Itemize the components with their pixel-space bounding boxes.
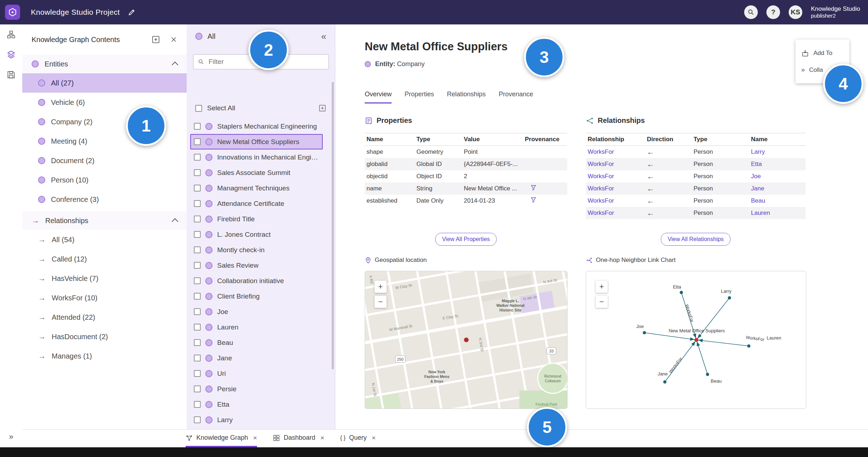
avatar[interactable]: KS (789, 5, 802, 19)
node-center[interactable] (695, 338, 699, 342)
node-etta[interactable] (680, 291, 683, 294)
edit-title-button[interactable] (128, 8, 136, 16)
rail-expand-button[interactable]: » (0, 432, 22, 442)
entity-item-document[interactable]: Document (2) (22, 151, 187, 170)
relationship-link[interactable]: WorksFor (586, 161, 645, 168)
tab-query[interactable]: { } Query × (340, 430, 375, 447)
tab-properties[interactable]: Properties (405, 91, 434, 103)
tab-knowledge-graph[interactable]: Knowledge Graph × (186, 430, 257, 447)
list-item[interactable]: Sales Review (190, 258, 323, 273)
layers-tool-button[interactable] (0, 45, 22, 65)
list-item[interactable]: Larry (190, 412, 323, 428)
save-tool-button[interactable] (0, 65, 22, 85)
view-all-properties-button[interactable]: View All Properties (435, 233, 496, 246)
tab-dashboard[interactable]: Dashboard × (273, 430, 324, 447)
entity-item-vehicle[interactable]: Vehicle (6) (22, 93, 187, 112)
tab-provenance[interactable]: Provenance (499, 91, 533, 103)
list-item[interactable]: Etta (190, 397, 323, 412)
geospatial-map[interactable]: + − (365, 271, 568, 409)
node-larry[interactable] (728, 296, 731, 300)
relationship-link[interactable]: WorksFor (586, 209, 645, 217)
list-item[interactable]: Montly check-in (190, 242, 323, 258)
entity-item-conference[interactable]: Conference (3) (22, 190, 187, 209)
list-item[interactable]: Beau (190, 335, 323, 350)
list-item[interactable]: Collaboration initiative (190, 273, 323, 288)
item-checkbox[interactable] (194, 416, 201, 423)
person-link[interactable]: Beau (749, 197, 806, 204)
list-item[interactable]: Managment Techniques (190, 180, 323, 196)
relationship-link[interactable]: WorksFor (586, 173, 645, 180)
item-checkbox[interactable] (194, 262, 201, 269)
one-hop-link-chart[interactable]: + − (586, 271, 806, 409)
select-all-checkbox[interactable] (195, 105, 202, 112)
person-link[interactable]: Lauren (749, 209, 806, 217)
item-checkbox[interactable] (194, 231, 201, 238)
item-checkbox[interactable] (194, 138, 201, 145)
list-item[interactable]: Sales Associate Summit (190, 165, 323, 180)
list-item[interactable]: Staplers Mechanical Engineering (190, 119, 323, 134)
relationship-item-attended[interactable]: → Attended (22) (22, 308, 187, 327)
person-link[interactable]: Etta (749, 161, 806, 168)
person-link[interactable]: Joe (749, 173, 806, 180)
close-tab-icon[interactable]: × (253, 434, 257, 442)
entity-item-person[interactable]: Person (10) (22, 170, 187, 190)
item-checkbox[interactable] (194, 185, 201, 191)
item-checkbox[interactable] (194, 246, 201, 253)
item-checkbox[interactable] (194, 355, 201, 361)
list-item[interactable]: Innovations in Mechanical Engin... (190, 149, 323, 165)
list-item[interactable]: Attendance Certificate (190, 196, 323, 211)
node-lauren[interactable] (747, 345, 751, 348)
relationship-item-hasvehicle[interactable]: → HasVehicle (7) (22, 269, 187, 288)
list-item[interactable]: Jane (190, 350, 323, 366)
relationships-section-header[interactable]: → Relationships (22, 211, 187, 230)
item-checkbox[interactable] (194, 308, 201, 315)
item-checkbox[interactable] (194, 154, 201, 161)
close-tab-icon[interactable]: × (320, 434, 324, 442)
collapse-panel-button[interactable]: « (321, 31, 326, 42)
relationship-item-hasdocument[interactable]: → HasDocument (2) (22, 327, 187, 346)
item-checkbox[interactable] (194, 324, 201, 331)
entity-item-all[interactable]: All (27) (22, 73, 187, 93)
item-checkbox[interactable] (194, 216, 201, 222)
relationship-link[interactable]: WorksFor (586, 148, 645, 156)
map-zoom-in-button[interactable]: + (374, 281, 387, 293)
item-checkbox[interactable] (194, 277, 201, 284)
relationship-item-all[interactable]: → All (54) (22, 230, 187, 249)
search-button[interactable] (744, 5, 758, 19)
linkchart-nodes[interactable] (643, 291, 751, 384)
item-checkbox[interactable] (194, 200, 201, 207)
list-item[interactable]: Firebird Title (190, 211, 323, 227)
item-checkbox[interactable] (194, 169, 201, 176)
relationship-link[interactable]: WorksFor (586, 197, 645, 204)
map-zoom-out-button[interactable]: − (374, 296, 387, 308)
view-all-relationships-button[interactable]: View All Relationships (661, 233, 731, 246)
item-checkbox[interactable] (194, 339, 201, 346)
list-item[interactable]: L. Jones Contract (190, 227, 323, 242)
item-checkbox[interactable] (194, 293, 201, 300)
tab-overview[interactable]: Overview (365, 91, 392, 103)
list-item[interactable]: Joe (190, 304, 323, 319)
entities-section-header[interactable]: Entities (22, 55, 187, 73)
close-panel-button[interactable] (170, 36, 177, 43)
add-selection-button[interactable] (318, 104, 326, 112)
scrollbar-thumb[interactable] (332, 82, 334, 369)
chart-zoom-in-button[interactable]: + (596, 281, 608, 293)
provenance-icon[interactable] (530, 185, 537, 191)
new-card-button[interactable] (151, 35, 160, 44)
add-to-button[interactable]: Add To (795, 46, 849, 60)
chart-zoom-out-button[interactable]: − (596, 296, 608, 308)
node-jane[interactable] (663, 380, 667, 384)
list-item[interactable]: Lauren (190, 319, 323, 335)
help-button[interactable]: ? (766, 5, 780, 19)
item-checkbox[interactable] (194, 123, 201, 130)
provenance-icon[interactable] (530, 197, 537, 203)
item-checkbox[interactable] (194, 386, 201, 392)
tab-relationships[interactable]: Relationships (447, 91, 486, 103)
person-link[interactable]: Jane (749, 185, 806, 192)
item-checkbox[interactable] (194, 370, 201, 377)
person-link[interactable]: Larry (749, 148, 806, 156)
close-tab-icon[interactable]: × (372, 434, 376, 442)
list-item[interactable]: Persie (190, 381, 323, 397)
relationship-link[interactable]: WorksFor (586, 185, 645, 192)
node-beau[interactable] (706, 373, 709, 376)
